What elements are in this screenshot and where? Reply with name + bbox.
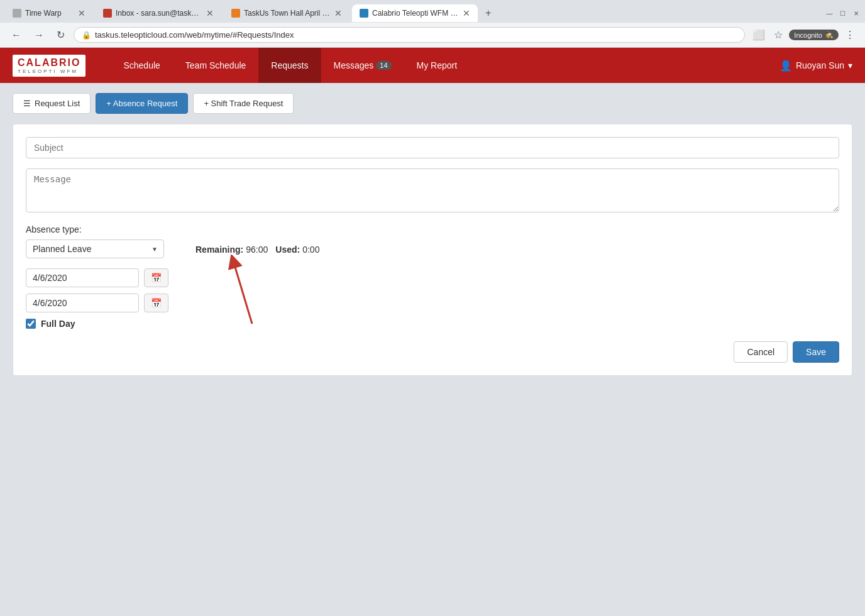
tab-title-3: TaskUs Town Hall April 2020.mp [244, 9, 331, 18]
message-group [26, 168, 839, 214]
subject-input[interactable] [26, 137, 839, 158]
user-menu[interactable]: 👤 Ruoyan Sun ▾ [780, 60, 852, 72]
nav-team-schedule[interactable]: Team Schedule [173, 48, 259, 83]
remaining-value: 96:00 [246, 245, 268, 255]
browser-tab-4[interactable]: Calabrio Teleopti WFM MyTime ✕ [352, 4, 478, 22]
more-options-button[interactable]: ⋮ [842, 26, 857, 43]
incognito-label: Incognito [794, 31, 822, 39]
incognito-badge: Incognito 🕵 [789, 30, 839, 40]
toolbar-right: ⬜ ☆ Incognito 🕵 ⋮ [750, 26, 857, 43]
tab-close-1[interactable]: ✕ [78, 8, 85, 18]
lock-icon: 🔒 [82, 31, 91, 40]
logo-sub: TELEOPTI WFM [18, 69, 80, 74]
shift-trade-button[interactable]: + Shift Trade Request [193, 93, 294, 114]
list-icon: ☰ [23, 99, 31, 108]
tab-favicon-2 [103, 9, 112, 18]
translate-icon[interactable]: ⬜ [750, 26, 768, 43]
action-bar: ☰ Request List + Absence Request + Shift… [13, 93, 852, 114]
app-logo: CALABRIO TELEOPTI WFM [13, 55, 85, 77]
browser-window: Time Warp ✕ Inbox - sara.sun@taskus.com … [0, 0, 865, 616]
start-date-row: 📅 [26, 268, 839, 287]
message-input[interactable] [26, 168, 839, 212]
start-date-input[interactable] [26, 268, 139, 287]
full-day-row: Full Day [26, 319, 839, 329]
browser-titlebar: Time Warp ✕ Inbox - sara.sun@taskus.com … [0, 0, 865, 23]
tab-favicon-1 [13, 9, 21, 18]
logo-box: CALABRIO TELEOPTI WFM [13, 55, 85, 77]
tab-close-3[interactable]: ✕ [334, 8, 342, 18]
remaining-label: Remaining: [196, 245, 243, 255]
remaining-info: Remaining: 96:00 Used: 0:00 [196, 245, 319, 255]
incognito-icon: 🕵 [825, 31, 834, 39]
request-list-button[interactable]: ☰ Request List [13, 93, 91, 114]
app-nav: Schedule Team Schedule Requests Messages… [111, 48, 780, 83]
end-date-calendar-button[interactable]: 📅 [144, 294, 168, 312]
user-dropdown-icon: ▾ [848, 60, 852, 70]
absence-type-select[interactable]: Planned Leave Sick Leave Personal Leave [26, 239, 164, 258]
forward-button[interactable]: → [30, 27, 48, 43]
start-date-calendar-button[interactable]: 📅 [144, 268, 168, 287]
tab-favicon-3 [231, 9, 240, 18]
messages-badge: 14 [376, 61, 391, 70]
nav-my-report[interactable]: My Report [404, 48, 470, 83]
bookmark-icon[interactable]: ☆ [771, 26, 785, 43]
tab-title-2: Inbox - sara.sun@taskus.com - [116, 9, 202, 18]
browser-toolbar: ← → ↻ 🔒 ⬜ ☆ Incognito 🕵 ⋮ [0, 23, 865, 48]
tab-title-1: Time Warp [25, 9, 74, 18]
used-value: 0:00 [302, 245, 319, 255]
end-date-row: 📅 [26, 294, 839, 312]
minimize-button[interactable]: — [825, 9, 834, 18]
absence-type-group: Absence type: Planned Leave Sick Leave P… [26, 224, 839, 258]
used-label: Used: [275, 245, 300, 255]
form-card: Absence type: Planned Leave Sick Leave P… [13, 124, 852, 376]
absence-type-label: Absence type: [26, 224, 839, 234]
logo-main: CALABRIO [18, 57, 80, 68]
app-content: ☰ Request List + Absence Request + Shift… [0, 83, 865, 386]
full-day-label: Full Day [41, 319, 75, 329]
nav-schedule[interactable]: Schedule [111, 48, 172, 83]
cancel-button[interactable]: Cancel [734, 341, 788, 363]
remaining-info-container: Remaining: 96:00 Used: 0:00 [177, 243, 319, 254]
tab-favicon-4 [360, 9, 368, 18]
address-bar[interactable]: 🔒 [74, 27, 745, 43]
full-day-checkbox[interactable] [26, 319, 36, 329]
nav-requests[interactable]: Requests [258, 48, 321, 83]
user-name: Ruoyan Sun [796, 60, 844, 70]
absence-type-select-wrapper: Planned Leave Sick Leave Personal Leave [26, 239, 164, 258]
form-footer: Cancel Save [26, 341, 839, 363]
new-tab-button[interactable]: + [480, 4, 496, 23]
tab-close-2[interactable]: ✕ [206, 8, 214, 18]
reload-button[interactable]: ↻ [53, 26, 69, 43]
save-button[interactable]: Save [793, 341, 839, 363]
absence-request-button[interactable]: + Absence Request [96, 93, 188, 114]
close-window-button[interactable]: ✕ [852, 9, 860, 18]
tab-title-4: Calabrio Teleopti WFM MyTime [372, 9, 459, 18]
back-button[interactable]: ← [8, 27, 25, 43]
browser-tab-2[interactable]: Inbox - sara.sun@taskus.com - ✕ [96, 4, 221, 22]
maximize-button[interactable]: ☐ [839, 9, 847, 18]
browser-tab-3[interactable]: TaskUs Town Hall April 2020.mp ✕ [224, 4, 350, 22]
app-header: CALABRIO TELEOPTI WFM Schedule Team Sche… [0, 48, 865, 83]
browser-tab-1[interactable]: Time Warp ✕ [5, 4, 93, 22]
end-date-input[interactable] [26, 294, 139, 312]
tab-close-4[interactable]: ✕ [463, 8, 470, 18]
user-icon: 👤 [780, 60, 792, 72]
subject-group [26, 137, 839, 158]
url-input[interactable] [95, 30, 737, 40]
window-controls: — ☐ ✕ [825, 9, 860, 18]
nav-messages[interactable]: Messages 14 [321, 48, 404, 83]
